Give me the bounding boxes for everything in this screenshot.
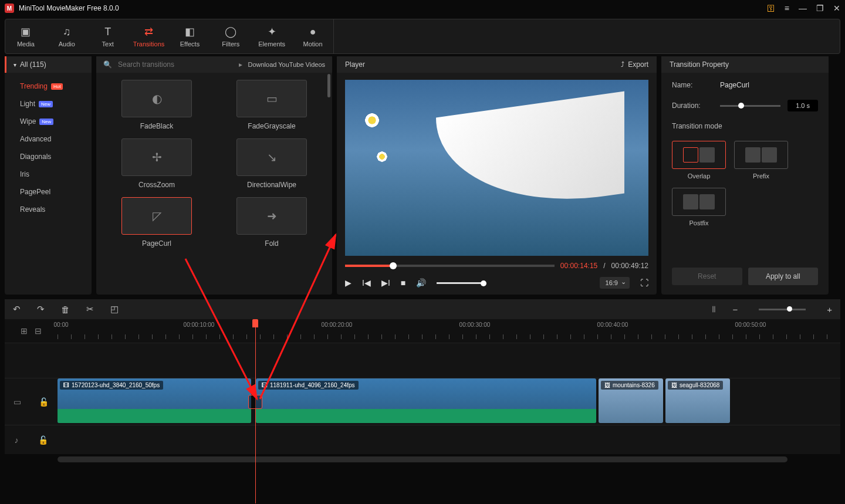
badge-new: New bbox=[39, 101, 53, 107]
duration-value: 1.0 s bbox=[787, 100, 818, 111]
stop-button[interactable]: ■ bbox=[401, 278, 405, 287]
transition-thumb: ↘ bbox=[236, 138, 307, 176]
track-add-icon[interactable]: ⊞ bbox=[21, 326, 28, 336]
category-item[interactable]: Advanced bbox=[5, 130, 92, 148]
tab-text[interactable]: TText bbox=[87, 19, 129, 53]
category-label: PagePeel bbox=[20, 188, 50, 196]
ruler-tick-label: 00:00:50:00 bbox=[735, 322, 766, 328]
apply-all-button[interactable]: Apply to all bbox=[748, 268, 819, 285]
ruler-tick-label: 00:00 bbox=[53, 322, 68, 328]
key-icon[interactable]: ⚿ bbox=[767, 4, 775, 13]
fullscreen-button[interactable]: ⛶ bbox=[640, 278, 648, 287]
maximize-icon[interactable]: ❐ bbox=[816, 4, 824, 13]
transitions-icon: ⇄ bbox=[144, 25, 153, 38]
mode-name: Postfix bbox=[689, 219, 708, 226]
ruler-tick-label: 00:00:30:00 bbox=[459, 322, 491, 328]
transition-item[interactable]: ◸PageCurl bbox=[108, 197, 205, 248]
lock-icon[interactable]: 🔓 bbox=[38, 435, 48, 445]
aspect-select[interactable]: 16:9 bbox=[600, 277, 630, 289]
category-item[interactable]: Diagonals bbox=[5, 148, 92, 165]
close-icon[interactable]: ✕ bbox=[833, 4, 840, 13]
transition-item[interactable]: ↘DirectionalWipe bbox=[223, 138, 320, 189]
transition-thumb: ▭ bbox=[236, 80, 307, 117]
search-input[interactable] bbox=[118, 60, 233, 69]
crop-button[interactable]: ◰ bbox=[110, 304, 119, 314]
transition-item[interactable]: ➜Fold bbox=[223, 197, 320, 248]
transition-item[interactable]: ◐FadeBlack bbox=[108, 80, 205, 130]
category-item[interactable]: WipeNew bbox=[5, 113, 92, 130]
mode-name: Overlap bbox=[688, 172, 711, 180]
timeline-clip[interactable]: 🖼seagull-832068 bbox=[665, 378, 730, 423]
tab-effects[interactable]: ◧Effects bbox=[170, 19, 211, 53]
volume-slider[interactable] bbox=[437, 282, 484, 284]
tab-motion[interactable]: ●Motion bbox=[292, 19, 333, 53]
timeline-clip[interactable]: 🎞15720123-uhd_3840_2160_50fps bbox=[58, 378, 251, 423]
redo-button[interactable]: ↷ bbox=[37, 304, 45, 314]
lock-icon[interactable]: 🔓 bbox=[39, 397, 49, 407]
export-label: Export bbox=[628, 60, 648, 69]
main-toolbar: ▣Media ♫Audio TText ⇄Transitions ◧Effect… bbox=[5, 19, 840, 54]
badge-hot: Hot bbox=[51, 83, 63, 90]
duration-slider[interactable] bbox=[720, 105, 780, 107]
ruler-tick-label: 00:00:20:00 bbox=[322, 322, 353, 328]
film-icon: 🎞 bbox=[262, 382, 268, 388]
tab-elements[interactable]: ✦Elements bbox=[251, 19, 292, 53]
export-icon: ⤴ bbox=[621, 60, 624, 69]
category-item[interactable]: LightNew bbox=[5, 95, 92, 113]
category-item[interactable]: PagePeel bbox=[5, 183, 92, 201]
zoom-out-button[interactable]: − bbox=[732, 305, 738, 314]
timeline-ruler[interactable]: ⊞ ⊟ 00:0000:00:10:0000:00:20:0000:00:30:… bbox=[5, 319, 840, 343]
playhead[interactable] bbox=[252, 319, 258, 327]
play-button[interactable]: ▶ bbox=[345, 278, 351, 287]
timeline-hscroll[interactable] bbox=[58, 456, 787, 462]
menu-icon[interactable]: ≡ bbox=[785, 4, 789, 13]
volume-icon[interactable]: 🔊 bbox=[416, 278, 426, 287]
timeline-clip[interactable]: 🖼mountains-8326 bbox=[599, 378, 663, 423]
duration-label: Duration: bbox=[672, 102, 713, 110]
transition-item[interactable]: ✢CrossZoom bbox=[108, 138, 205, 189]
mode-option[interactable]: Postfix bbox=[672, 188, 726, 226]
category-item[interactable]: Reveals bbox=[5, 201, 92, 218]
track-collapse-icon[interactable]: ⊟ bbox=[35, 326, 42, 336]
download-youtube-link[interactable]: Download YouTube Videos bbox=[248, 61, 326, 68]
scrollbar-thumb[interactable] bbox=[327, 74, 330, 97]
film-icon: 🎞 bbox=[63, 382, 69, 388]
magnet-icon[interactable]: ⫴ bbox=[712, 304, 716, 314]
reset-button[interactable]: Reset bbox=[672, 268, 742, 285]
transitions-panel: 🔍 ▸ Download YouTube Videos ◐FadeBlack▭F… bbox=[96, 56, 332, 295]
transition-marker[interactable] bbox=[248, 395, 262, 409]
clip-header: 🖼mountains-8326 bbox=[601, 381, 658, 390]
undo-button[interactable]: ↶ bbox=[13, 304, 21, 314]
tab-media[interactable]: ▣Media bbox=[5, 19, 46, 53]
delete-button[interactable]: 🗑 bbox=[61, 305, 70, 314]
transition-thumb: ◸ bbox=[121, 197, 192, 235]
export-button[interactable]: ⤴ Export bbox=[621, 60, 648, 69]
mode-thumb bbox=[734, 141, 788, 169]
tab-filters[interactable]: ◯Filters bbox=[210, 19, 251, 53]
property-title: Transition Property bbox=[670, 60, 729, 69]
minimize-icon[interactable]: ― bbox=[799, 4, 807, 13]
property-panel: Transition Property Name: PageCurl Durat… bbox=[661, 56, 829, 295]
prev-button[interactable]: I◀ bbox=[362, 278, 371, 287]
split-button[interactable]: ✂ bbox=[86, 304, 94, 314]
titlebar: M MiniTool MovieMaker Free 8.0.0 ⚿ ≡ ― ❐… bbox=[0, 0, 845, 16]
category-header-label: All (115) bbox=[20, 60, 46, 69]
mode-option[interactable]: Prefix bbox=[734, 141, 788, 180]
tab-transitions[interactable]: ⇄Transitions bbox=[129, 19, 170, 53]
category-item[interactable]: Iris bbox=[5, 165, 92, 183]
category-item[interactable]: TrendingHot bbox=[5, 77, 92, 95]
zoom-in-button[interactable]: + bbox=[827, 305, 832, 314]
mode-label: Transition mode bbox=[672, 122, 818, 130]
youtube-icon: ▸ bbox=[239, 60, 242, 69]
category-header[interactable]: ▾ All (115) bbox=[5, 56, 92, 73]
timeline-clip[interactable]: 🎞1181911-uhd_4096_2160_24fps bbox=[256, 378, 596, 423]
ruler-tick-label: 00:00:10:00 bbox=[184, 322, 215, 328]
zoom-slider[interactable] bbox=[759, 309, 806, 310]
ruler-tick-label: 00:00:40:00 bbox=[597, 322, 628, 328]
mode-option[interactable]: Overlap bbox=[672, 141, 726, 180]
transition-item[interactable]: ▭FadeGrayscale bbox=[223, 80, 320, 130]
seek-bar[interactable] bbox=[345, 265, 555, 267]
next-button[interactable]: ▶I bbox=[381, 278, 390, 287]
badge-new: New bbox=[39, 119, 53, 125]
tab-audio[interactable]: ♫Audio bbox=[46, 19, 87, 53]
